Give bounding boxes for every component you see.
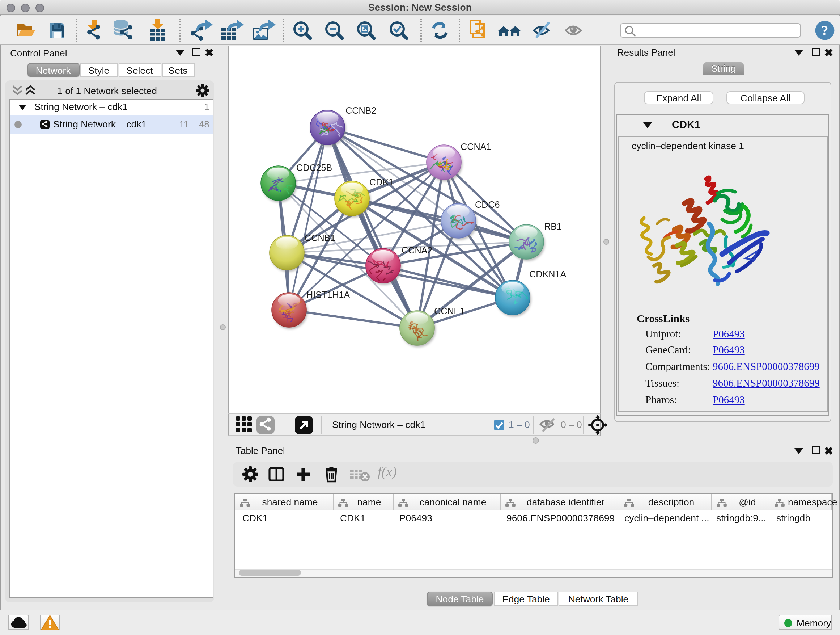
svg-text:?: ?: [821, 23, 828, 38]
svg-text:HIST1H1A: HIST1H1A: [306, 290, 350, 300]
svg-text:CCNE1: CCNE1: [434, 306, 464, 316]
svg-text:CDC6: CDC6: [475, 200, 500, 210]
svg-text:CCNB2: CCNB2: [345, 105, 376, 116]
svg-text:CCNA1: CCNA1: [460, 141, 491, 152]
svg-text:CDK1: CDK1: [369, 177, 393, 187]
svg-text:CDC25B: CDC25B: [296, 163, 332, 173]
svg-text:RB1: RB1: [544, 221, 561, 231]
svg-text:CCNA2: CCNA2: [401, 245, 432, 255]
svg-text:CCNB1: CCNB1: [304, 233, 335, 243]
svg-text:CDKN1A: CDKN1A: [529, 269, 566, 279]
